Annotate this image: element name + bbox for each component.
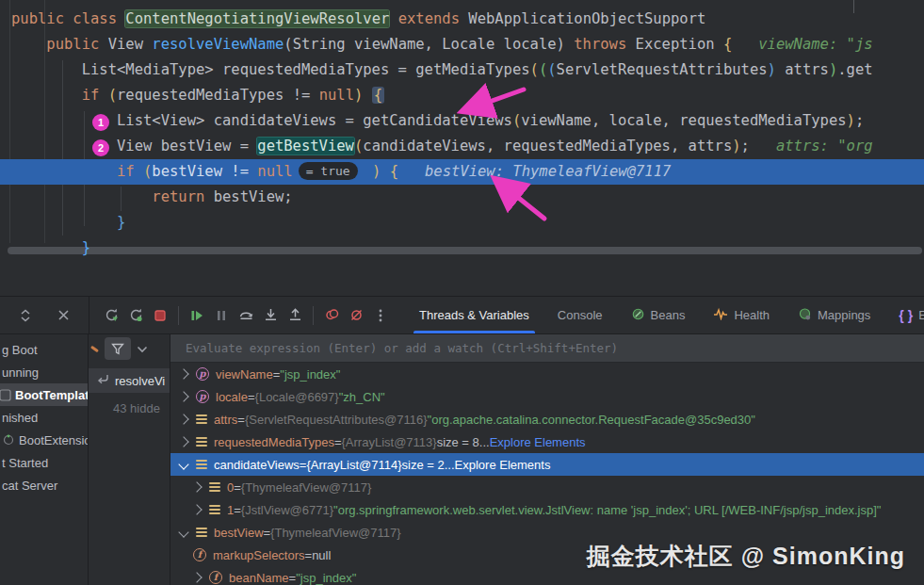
chevron-down-icon[interactable] <box>137 340 148 357</box>
annotation-badge-2: 2 <box>92 139 109 156</box>
value-icon <box>196 437 207 447</box>
code-segment: throws <box>574 36 626 53</box>
chevron-right-icon[interactable] <box>178 391 188 401</box>
rerun-debug-icon[interactable] <box>123 303 148 328</box>
code-line[interactable]: View bestView = getBestView(candidateVie… <box>0 134 924 159</box>
chevron-down-icon[interactable] <box>178 459 188 469</box>
filter-frames-icon[interactable] <box>105 337 131 360</box>
collapse-expand-icon[interactable] <box>13 303 38 328</box>
sidebar-item-label: cat Server <box>2 479 57 493</box>
resume-icon[interactable] <box>185 303 209 328</box>
chevron-right-icon[interactable] <box>191 504 202 514</box>
code-segment: ( <box>108 87 117 104</box>
pause-icon[interactable] <box>209 303 234 328</box>
variable-row[interactable]: plocale = {Locale@6697} "zh_CN" <box>170 385 924 408</box>
code-segment: getBestView <box>257 138 354 154</box>
chevron-right-icon[interactable] <box>191 481 202 492</box>
code-line-execution-point[interactable]: if (bestView != null= true ) { bestView:… <box>0 159 924 185</box>
variable-row-selected[interactable]: candidateViews = {ArrayList@7114} size =… <box>170 453 924 476</box>
code-line[interactable]: } <box>0 236 924 261</box>
variable-row[interactable]: attrs = {ServletRequestAttributes@7116} … <box>170 408 924 431</box>
annotation-badge-1: 1 <box>92 114 109 131</box>
tab-threads-variables[interactable]: Threads & Variables <box>417 297 531 333</box>
tab-mappings[interactable]: Mappings <box>796 297 872 333</box>
code-segment <box>99 87 107 104</box>
code-line[interactable]: } <box>0 210 924 236</box>
sidebar-item[interactable]: nished <box>0 406 88 429</box>
more-options-icon[interactable] <box>368 303 393 328</box>
code-segment: = true <box>299 162 358 180</box>
step-mark-icon <box>90 345 99 352</box>
tab-console[interactable]: Console <box>556 297 605 333</box>
value-icon <box>209 505 220 515</box>
chevron-right-icon[interactable] <box>191 572 202 582</box>
debugger-panel: g Boot unning BootTemplat nished BootExt… <box>0 334 924 585</box>
code-segment: View bestView = <box>11 138 257 154</box>
toolbar-separator <box>313 306 314 325</box>
sidebar-item[interactable]: g Boot <box>0 338 88 361</box>
variable-row[interactable]: 0 = {ThymeleafView@7117} <box>170 476 924 498</box>
code-segment: ; <box>741 138 750 154</box>
beans-icon <box>631 307 645 324</box>
code-segment: ) <box>768 61 776 78</box>
frames-panel: resolveVi 43 hidde <box>89 334 170 585</box>
code-line[interactable]: return bestView; <box>0 185 924 210</box>
code-line[interactable]: List<View> candidateViews = getCandidate… <box>0 108 924 134</box>
tab-environment[interactable]: { } Environm <box>897 297 924 333</box>
mappings-icon <box>798 307 812 324</box>
chevron-right-icon[interactable] <box>178 368 188 379</box>
view-breakpoints-icon[interactable] <box>319 303 344 328</box>
step-out-icon[interactable] <box>283 303 307 328</box>
code-line[interactable]: public View resolveViewName(String viewN… <box>0 32 924 57</box>
code-line[interactable]: if (requestedMediaTypes != null) { <box>0 83 924 108</box>
code-segment: List<View> candidateViews = getCandidate… <box>11 112 512 129</box>
code-line[interactable]: List<MediaType> requestedMediaTypes = ge… <box>0 57 924 83</box>
sidebar-item[interactable]: unning <box>0 361 88 383</box>
code-segment: bestView; <box>204 188 292 205</box>
close-icon[interactable] <box>51 303 75 328</box>
code-segment: ( <box>512 112 521 129</box>
explore-elements-link[interactable]: Explore Elements <box>490 435 586 449</box>
code-segment <box>750 138 776 154</box>
value-segment: {Locale@6697} <box>255 390 339 404</box>
variable-row[interactable]: pviewName = "jsp_index" <box>170 363 924 385</box>
stop-icon[interactable] <box>148 303 172 328</box>
variable-row[interactable]: 1 = {JstlView@6771} "org.springframework… <box>170 498 924 521</box>
code-lines: public class ContentNegotiatingViewResol… <box>0 0 924 261</box>
step-into-icon[interactable] <box>258 303 283 328</box>
value-segment: candidateViews <box>214 458 300 472</box>
code-editor[interactable]: public class ContentNegotiatingViewResol… <box>0 0 924 261</box>
chevron-right-icon[interactable] <box>178 414 188 424</box>
code-segment: extends <box>398 10 460 27</box>
value-segment: "zh_CN" <box>339 390 385 404</box>
health-icon <box>713 307 728 323</box>
field-icon: f <box>209 571 222 584</box>
code-segment <box>11 188 152 205</box>
rerun-icon[interactable] <box>99 303 123 328</box>
chevron-right-icon[interactable] <box>178 436 188 447</box>
sidebar-item[interactable]: BootExtension <box>0 429 88 451</box>
value-icon <box>196 460 207 470</box>
chevron-down-icon[interactable] <box>178 527 188 537</box>
value-segment: {JstlView@6771} <box>241 503 333 517</box>
mute-breakpoints-icon[interactable] <box>344 303 368 328</box>
code-line[interactable]: public class ContentNegotiatingViewResol… <box>0 7 924 32</box>
sidebar-item[interactable]: t Started <box>0 451 88 474</box>
code-segment <box>732 36 758 53</box>
tab-label: Mappings <box>818 308 870 322</box>
sidebar-item-selected[interactable]: BootTemplat <box>0 383 88 406</box>
tab-beans[interactable]: Beans <box>629 297 688 333</box>
value-segment: {ServletRequestAttributes@7116} <box>245 413 428 427</box>
tab-health[interactable]: Health <box>711 297 771 333</box>
step-over-icon[interactable] <box>234 303 258 328</box>
ide-window: public class ContentNegotiatingViewResol… <box>0 0 924 585</box>
stack-frame-selected[interactable]: resolveVi <box>89 368 170 393</box>
code-segment: } <box>82 239 90 256</box>
sidebar-item[interactable]: cat Server <box>0 474 88 496</box>
variables-panel: pviewName = "jsp_index"plocale = {Locale… <box>170 334 924 585</box>
value-segment: = <box>234 480 241 495</box>
variable-row[interactable]: requestedMediaTypes = {ArrayList@7113} s… <box>170 431 924 453</box>
evaluate-expression-input[interactable] <box>184 340 899 356</box>
code-segment: resolveViewName <box>152 36 284 53</box>
code-segment: ) <box>354 87 363 104</box>
